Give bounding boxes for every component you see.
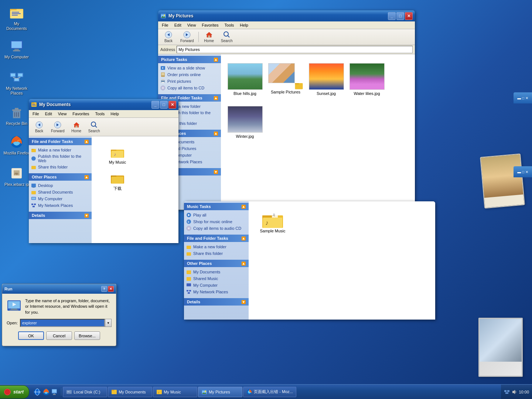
doc-details-collapse[interactable]: 🔽 [84, 214, 89, 218]
file-item-sunset[interactable]: Sunset.jpg [310, 62, 343, 97]
doc-menu-view[interactable]: View [56, 111, 69, 117]
other-places-collapse[interactable]: 🔼 [214, 132, 218, 136]
taskbar-local-disk[interactable]: Local Disk (C:) [63, 387, 107, 397]
music-share-link[interactable]: Share this folder [186, 250, 246, 257]
music-file-tasks-header[interactable]: File and Folder Tasks 🔼 [184, 235, 249, 242]
doc-my-computer-link[interactable]: My Computer [31, 195, 89, 202]
file-item-xiazai[interactable]: 下载 [99, 170, 136, 193]
taskbar-my-music[interactable]: ♪ My Music [153, 387, 197, 397]
run-dialog-input[interactable] [20, 319, 105, 327]
doc-menu-file[interactable]: File [30, 111, 41, 117]
mydocuments-close-btn[interactable]: ✕ [168, 101, 176, 109]
file-item-winter[interactable]: Winter.jpg [228, 105, 262, 140]
picture-tasks-header[interactable]: Picture Tasks 🔼 [158, 56, 221, 63]
file-folder-tasks-collapse[interactable]: 🔼 [214, 96, 218, 100]
taskbar-mozilla[interactable]: 页面截入出错 - Moz... [243, 387, 296, 397]
doc-file-tasks-collapse[interactable]: 🔼 [84, 140, 89, 144]
mydocuments-minimize-btn[interactable]: _ [151, 101, 159, 109]
quick-desktop-icon[interactable] [51, 388, 59, 396]
run-dialog-close-btn[interactable]: ✕ [108, 286, 114, 292]
doc-share-link[interactable]: Share this folder [31, 164, 89, 170]
doc-menu-help[interactable]: Help [108, 111, 121, 117]
music-my-computer-link[interactable]: My Computer [186, 282, 246, 289]
doc-make-folder-link[interactable]: Make a new folder [31, 147, 89, 153]
doc-forward-btn[interactable]: Forward [49, 120, 67, 134]
music-other-places-collapse[interactable]: 🔼 [241, 262, 246, 266]
file-item-water-lilies[interactable]: Water lilies.jpg [350, 62, 383, 97]
copy-cd-link[interactable]: Copy all items to CD [160, 85, 219, 91]
mypictures-controls[interactable]: _ □ ✕ [388, 12, 413, 20]
music-my-docs-link[interactable]: My Documents [186, 269, 246, 275]
desktop-icon-my-documents[interactable]: My Documents [2, 4, 31, 33]
quick-ie-icon[interactable] [34, 388, 41, 396]
partial-window-1[interactable]: ▬ □ ✕ [514, 92, 532, 103]
doc-details-header[interactable]: Details 🔽 [29, 212, 92, 219]
doc-other-places-collapse[interactable]: 🔼 [84, 175, 89, 179]
shared-music-link[interactable]: Shared Music [186, 275, 246, 282]
doc-publish-link[interactable]: Publish this folder to the Web [31, 153, 89, 164]
mydocuments-titlebar[interactable]: My Documents _ □ ✕ [29, 99, 178, 110]
file-item-my-music[interactable]: ♪ My Music [99, 144, 136, 166]
menu-favorites[interactable]: Favorites [200, 22, 221, 28]
forward-btn[interactable]: Forward [178, 30, 196, 44]
mypictures-titlebar[interactable]: My Pictures _ □ ✕ [158, 10, 415, 21]
partial-window-2[interactable]: ▬ □ ✕ [514, 166, 532, 177]
mypictures-minimize-btn[interactable]: _ [388, 12, 396, 20]
back-btn[interactable]: Back [160, 30, 177, 44]
menu-view[interactable]: View [185, 22, 198, 28]
mypictures-maximize-btn[interactable]: □ [396, 12, 404, 20]
doc-menu-edit[interactable]: Edit [43, 111, 54, 117]
run-dialog-help-btn[interactable]: ? [101, 286, 107, 292]
print-pictures-link[interactable]: Print pictures [160, 78, 219, 85]
doc-other-places-header[interactable]: Other Places 🔼 [29, 173, 92, 181]
picture-tasks-collapse[interactable]: 🔼 [214, 58, 218, 62]
doc-menu-tools[interactable]: Tools [93, 111, 107, 117]
shop-music-link[interactable]: $ Shop for music online [186, 218, 246, 225]
menu-file[interactable]: File [160, 22, 171, 28]
menu-edit[interactable]: Edit [172, 22, 184, 28]
file-item-blue-hills[interactable]: Blue hills.jpg [228, 62, 262, 97]
quick-firefox-icon[interactable] [42, 388, 50, 396]
doc-menu-favorites[interactable]: Favorites [70, 111, 91, 117]
desktop-icon-plex[interactable]: zip Plex.iebarz ip [2, 164, 31, 188]
file-item-sample-music[interactable]: ♪ ♫ Sample Music [256, 209, 289, 235]
doc-network-link[interactable]: My Network Places [31, 202, 89, 209]
desktop-icon-recycle-bin[interactable]: Recycle Bin [2, 103, 31, 127]
desktop-icon-my-network-places[interactable]: My NetworkPlaces [2, 68, 31, 97]
run-dialog-controls[interactable]: ? ✕ [101, 286, 114, 292]
mydocuments-maximize-btn[interactable]: □ [160, 101, 168, 109]
desktop-icon-firefox[interactable]: Mozilla Firefox [2, 133, 31, 157]
doc-back-btn[interactable]: Back [31, 120, 47, 134]
menu-tools[interactable]: Tools [222, 22, 236, 28]
doc-search-btn[interactable]: Search [86, 120, 102, 134]
music-details-header[interactable]: Details 🔽 [184, 298, 249, 306]
desktop-icon-my-computer[interactable]: My Computer [2, 37, 31, 61]
start-button[interactable]: start [0, 385, 29, 399]
details-collapse[interactable]: 🔽 [214, 170, 218, 174]
mypictures-close-btn[interactable]: ✕ [405, 12, 413, 20]
doc-desktop-link[interactable]: Desktop [31, 182, 89, 189]
music-tasks-header[interactable]: Music Tasks 🔼 [184, 203, 249, 210]
copy-audio-link[interactable]: Copy all items to audio CD [186, 225, 246, 232]
music-details-collapse[interactable]: 🔽 [241, 300, 246, 304]
music-tasks-collapse[interactable]: 🔼 [241, 205, 246, 209]
run-dialog-browse-btn[interactable]: Browse... [74, 331, 100, 340]
music-file-tasks-collapse[interactable]: 🔼 [241, 236, 246, 241]
file-item-sample-pictures[interactable]: Sample Pictures [269, 62, 302, 97]
doc-home-btn[interactable]: Home [68, 120, 85, 134]
slideshow-link[interactable]: View as a slide show [160, 65, 219, 71]
menu-help[interactable]: Help [238, 22, 250, 28]
run-dialog-cancel-btn[interactable]: Cancel [46, 331, 72, 340]
order-prints-link[interactable]: Order prints online [160, 71, 219, 78]
home-btn[interactable]: Home [201, 30, 217, 44]
run-dialog-ok-btn[interactable]: OK [18, 331, 44, 340]
play-all-link[interactable]: Play all [186, 212, 246, 218]
search-btn[interactable]: Search [219, 30, 235, 44]
run-dialog-dropdown-btn[interactable]: ▼ [105, 319, 112, 327]
music-other-places-header[interactable]: Other Places 🔼 [184, 260, 249, 267]
music-network-link[interactable]: My Network Places [186, 289, 246, 295]
run-dialog-titlebar[interactable]: Run ? ✕ [2, 284, 116, 294]
music-make-folder-link[interactable]: Make a new folder [186, 243, 246, 250]
taskbar-my-documents[interactable]: My Documents [108, 387, 152, 397]
doc-file-tasks-header[interactable]: File and Folder Tasks 🔼 [29, 138, 92, 145]
